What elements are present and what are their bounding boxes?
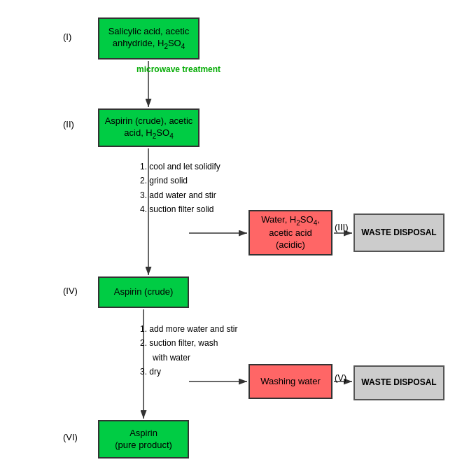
step2-2: 2. suction filter, wash [140,336,237,350]
step-label-II: (II) [63,119,74,130]
node-aspirin-crude: Aspirin (crude) [98,276,189,308]
node-salicylic-acid: Salicylic acid, acetic anhydride, H2SO4 [98,18,200,59]
flowchart-diagram: (I) (II) (IV) (VI) (III) (V) Salicylic a… [59,7,416,462]
step1-4: 4. suction filter solid [140,202,220,216]
node-water-acidic: Water, H2SO4,acetic acid(acidic) [248,210,332,255]
node-washing-water: Washing water [248,364,332,399]
step-label-I: (I) [63,31,71,42]
node6-label: Aspirin(pure product) [115,428,172,451]
step-label-VI: (VI) [63,432,78,442]
step1-3: 3. add water and stir [140,188,220,202]
waste-disposal-2: WASTE DISPOSAL [354,365,444,400]
steps-group1: 1. cool and let solidify 2. grind solid … [140,160,220,217]
node-aspirin-pure: Aspirin(pure product) [98,420,189,458]
node4-label: Aspirin (crude) [114,286,174,298]
microwave-label: microwave treatment [136,64,220,74]
steps-group2: 1. add more water and stir 2. suction fi… [140,322,237,379]
step2-1: 1. add more water and stir [140,322,237,336]
step-label-V: (V) [335,372,346,383]
step2-3: 3. dry [140,365,237,379]
node5-label: Washing water [260,376,321,388]
node-aspirin-crude-acid: Aspirin (crude), acetic acid, H2SO4 [98,108,200,147]
step-label-III: (III) [335,222,349,232]
step1-2: 2. grind solid [140,174,220,188]
waste2-label: WASTE DISPOSAL [361,377,436,388]
node1-label: Salicylic acid, acetic anhydride, H2SO4 [103,26,195,50]
step1-1: 1. cool and let solidify [140,160,220,174]
waste-disposal-1: WASTE DISPOSAL [354,214,444,252]
waste1-label: WASTE DISPOSAL [361,227,436,239]
node3-label: Water, H2SO4,acetic acid(acidic) [261,214,320,251]
step2-2b: with water [140,351,237,365]
node2-label: Aspirin (crude), acetic acid, H2SO4 [103,115,195,140]
step-label-IV: (IV) [63,286,78,296]
